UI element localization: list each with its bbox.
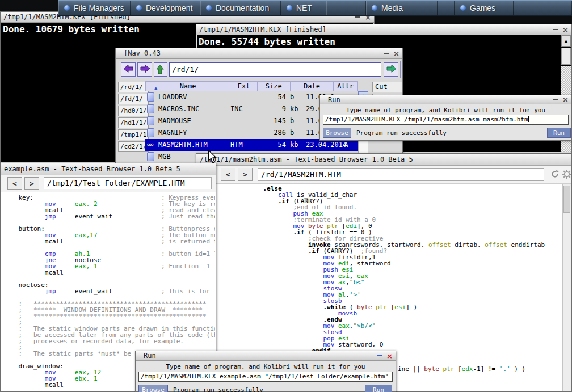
nav-go-button[interactable] [384, 62, 398, 77]
minimize-icon[interactable] [377, 355, 382, 356]
close-icon[interactable]: × [562, 26, 569, 33]
html-file-icon: ∞∞ [147, 140, 154, 149]
browse-button[interactable]: Browse [323, 128, 351, 138]
file-name: MADMOUSE [158, 117, 191, 125]
menu-item-development[interactable]: Development [131, 1, 200, 15]
column-header-ext[interactable]: Ext [230, 82, 258, 91]
menu-item-games[interactable]: Games [455, 1, 514, 15]
minimize-icon[interactable] [553, 99, 558, 100]
file-unit: kb [290, 141, 298, 149]
settings-button[interactable] [562, 169, 572, 182]
window-title[interactable]: Run × [136, 351, 396, 361]
sidebar-path-hd01[interactable]: /hd0/1/ [118, 106, 149, 116]
address-field[interactable]: /rd/1/MASM2HTM.HTM [258, 168, 544, 181]
file-name: LOADDRV [158, 93, 187, 101]
sidebar-path-tmp11[interactable]: /tmp1/1/ [118, 129, 149, 140]
mouse-cursor-icon [208, 150, 218, 167]
back-chevron-icon: < [12, 179, 17, 188]
fnav-title: fNav 0.43 [119, 49, 161, 57]
cut-button[interactable]: Cut [372, 82, 402, 92]
code-fragment: ine || byte ptr [edx-1] != '.' ) ) [398, 366, 525, 372]
menu-item-label: NET [296, 3, 312, 12]
menu-item-media[interactable]: Media [366, 1, 438, 15]
refresh-button[interactable] [550, 169, 560, 182]
menu-item-file-managers[interactable]: File Managers [58, 1, 131, 15]
menu-item-label: Development [146, 3, 193, 12]
up-arrow-icon [157, 64, 165, 75]
scrollbar-thumb[interactable] [561, 48, 571, 65]
window-title[interactable]: Run × [320, 95, 571, 104]
scroll-up-icon[interactable]: ▲ [561, 35, 571, 47]
fnav-address-field[interactable]: /rd/1/ [169, 62, 381, 77]
run-prompt: Type name of program, and Kolibri will r… [136, 363, 396, 370]
file-size: 54 [241, 93, 286, 101]
go-arrow-icon [386, 65, 397, 74]
forward-button[interactable]: > [24, 177, 39, 190]
window-title[interactable]: fNav 0.43 × [116, 48, 402, 59]
nav-up-button[interactable] [154, 62, 167, 77]
menu-item-label: Documentation [216, 3, 269, 12]
sidebar-path-fd1[interactable]: /fd/1/ [118, 94, 149, 104]
menu-orb-icon [287, 5, 292, 11]
minimize-icon[interactable] [355, 16, 360, 18]
menu-bar: File ManagersDevelopmentDocumentationNET… [58, 0, 572, 16]
browse-button[interactable]: Browse [138, 385, 168, 392]
scrollbar[interactable] [562, 184, 571, 391]
window-title[interactable]: /tmp1/1/MASM2HTM.KEX [Finished] × [196, 24, 571, 35]
close-icon[interactable]: × [393, 50, 399, 57]
column-header-name[interactable]: ▲Name [146, 82, 230, 91]
file-name: MASM2HTM.HTM [158, 141, 208, 149]
sidebar-path-cd21[interactable]: /cd2/1/ [118, 141, 149, 152]
column-header-date[interactable]: Date [291, 82, 334, 91]
desktop: /tmp1/1/MASM2HTM.KEX [Finished] × Done. … [0, 0, 572, 392]
column-header-size[interactable]: Size [258, 82, 291, 91]
window-title[interactable]: example.asm - Text-based Browser 1.0 Bet… [1, 163, 216, 175]
run-button[interactable]: Run [547, 128, 571, 138]
menu-orb-icon [372, 5, 377, 11]
back-button[interactable]: < [7, 177, 22, 190]
nav-forward-button[interactable] [137, 62, 152, 77]
file-unit: b [290, 93, 294, 101]
file-size: 286 [241, 129, 286, 137]
nav-back-button[interactable] [121, 62, 136, 77]
forward-arrow-icon [140, 65, 150, 74]
sidebar-path-rd1[interactable]: /rd/1/ [118, 82, 149, 92]
browser-toolbar: < > /rd/1/MASM2HTM.HTM [196, 166, 571, 184]
command-input[interactable]: /tmp1/1/MASM2HTM.KEX /tmp1/1/masm2htm.as… [323, 115, 569, 125]
browser-toolbar: < > /tmp1/1/Test Folder/EXAMPLE.HTM [1, 175, 216, 192]
back-chevron-icon: < [226, 170, 230, 179]
file-row[interactable]: ∞∞MASM2HTM.HTMHTM54kb23.04.2014-A-- [145, 139, 358, 151]
run-dialog-bottom: Run × Type name of program, and Kolibri … [135, 351, 396, 392]
scrollbar-thumb[interactable] [563, 186, 570, 213]
menu-item-net[interactable]: NET [281, 1, 326, 15]
forward-button[interactable]: > [238, 168, 253, 181]
run-status: Program run successfully [173, 386, 263, 392]
browser-right-title: /tmp1/1/masm2htm.asm - Text-based Browse… [200, 155, 413, 163]
menu-item-label: Games [470, 3, 495, 12]
fnav-column-header: ▲NameExtSizeDateAttr [145, 81, 358, 91]
back-button[interactable]: < [221, 168, 235, 181]
menu-orb-icon [460, 5, 466, 11]
menu-item-documentation[interactable]: Documentation [200, 1, 281, 15]
command-input[interactable]: /tmp1/1/MASM2HTM.KEX example.asm "/tmp1/… [138, 372, 393, 382]
back-arrow-icon [123, 65, 134, 74]
minimize-icon[interactable] [553, 29, 558, 30]
file-icon [147, 104, 154, 113]
close-icon[interactable]: × [386, 352, 393, 360]
sidebar-path-hd11[interactable]: /hd1/1/ [118, 117, 149, 128]
run-button[interactable]: Run [365, 385, 392, 392]
file-name: MAGNIFY [158, 129, 187, 137]
file-icon [147, 128, 154, 137]
window-title[interactable]: /tmp1/1/masm2htm.asm - Text-based Browse… [196, 154, 571, 166]
close-icon[interactable]: × [562, 96, 569, 103]
minimize-icon[interactable] [384, 53, 389, 54]
address-field[interactable]: /tmp1/1/Test Folder/EXAMPLE.HTM [44, 177, 212, 189]
file-unit: b [290, 117, 294, 125]
file-name: MGB [158, 153, 171, 161]
forward-chevron-icon: > [30, 179, 34, 188]
run-title: Run [323, 96, 340, 104]
menu-orb-icon [206, 5, 212, 11]
menu-spacer [326, 1, 366, 15]
file-size: 145 [241, 117, 286, 125]
column-header-attr[interactable]: Attr [334, 82, 358, 91]
